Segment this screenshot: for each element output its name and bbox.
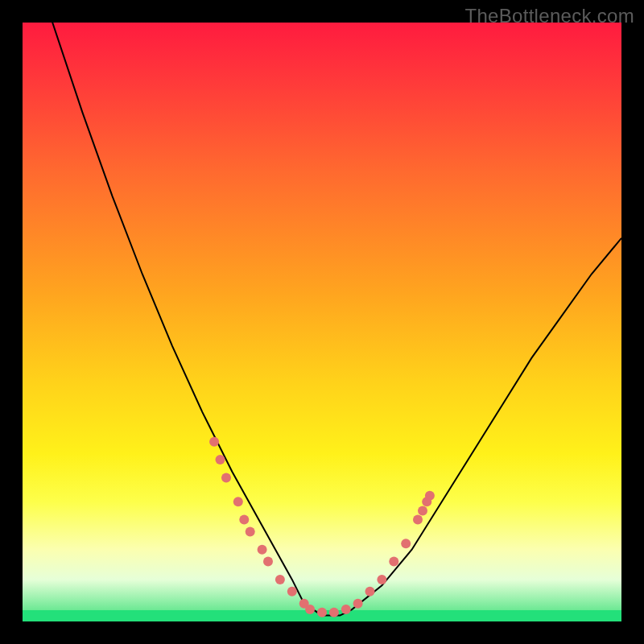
data-point bbox=[413, 515, 423, 525]
data-point bbox=[287, 587, 297, 597]
data-point bbox=[353, 599, 363, 609]
data-point bbox=[239, 515, 249, 525]
curve-group bbox=[23, 23, 621, 616]
data-point bbox=[233, 497, 243, 506]
data-point bbox=[221, 473, 231, 482]
data-points-group bbox=[209, 437, 435, 617]
data-point bbox=[365, 587, 375, 597]
data-point bbox=[329, 608, 339, 617]
data-point bbox=[317, 608, 327, 617]
data-point bbox=[258, 545, 267, 555]
data-point bbox=[216, 455, 225, 464]
bottleneck-curve bbox=[23, 23, 621, 616]
data-point bbox=[246, 526, 255, 536]
data-point bbox=[275, 575, 285, 584]
data-point bbox=[305, 605, 315, 614]
data-point bbox=[401, 539, 411, 548]
data-point bbox=[418, 506, 427, 515]
chart-svg bbox=[23, 23, 621, 621]
data-point bbox=[389, 557, 398, 567]
watermark-text: TheBottleneck.com bbox=[464, 5, 634, 27]
data-point bbox=[425, 491, 435, 501]
data-point bbox=[209, 437, 219, 447]
data-point bbox=[263, 557, 273, 567]
data-point bbox=[341, 605, 351, 614]
data-point bbox=[377, 575, 386, 584]
